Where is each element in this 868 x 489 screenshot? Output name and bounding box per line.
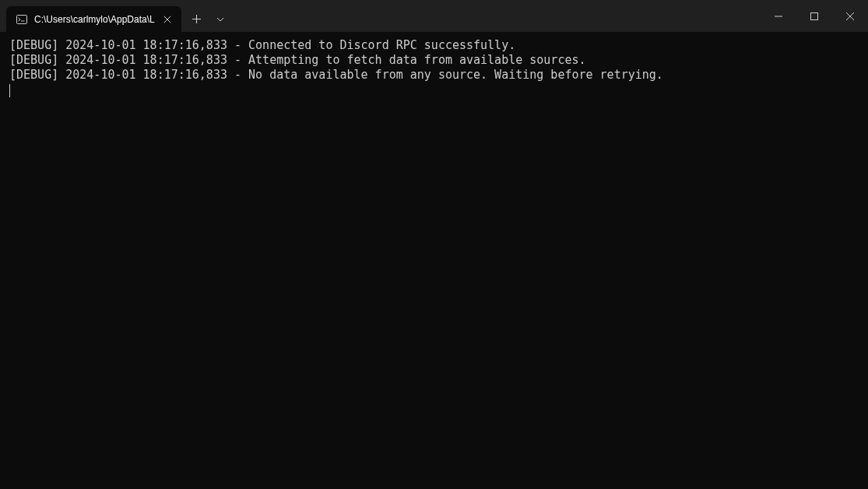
close-icon (163, 16, 171, 23)
log-line: [DEBUG] 2024-10-01 18:17:16,833 - Connec… (9, 38, 859, 53)
tab-title: C:\Users\carlmylo\AppData\L (34, 14, 155, 25)
log-line: [DEBUG] 2024-10-01 18:17:16,833 - Attemp… (9, 53, 859, 68)
close-window-button[interactable] (832, 0, 868, 32)
plus-icon (192, 15, 201, 23)
chevron-down-icon (216, 17, 224, 22)
terminal-icon (16, 13, 28, 26)
window-controls (761, 0, 868, 32)
terminal-tab[interactable]: C:\Users\carlmylo\AppData\L (6, 6, 181, 32)
cursor-line (9, 83, 859, 98)
tab-close-button[interactable] (161, 13, 174, 26)
tab-dropdown-button[interactable] (209, 6, 231, 32)
tab-area: C:\Users\carlmylo\AppData\L (0, 0, 761, 32)
minimize-icon (775, 12, 782, 20)
minimize-button[interactable] (761, 0, 796, 32)
close-icon (846, 12, 854, 20)
maximize-icon (810, 12, 818, 20)
new-tab-button[interactable] (184, 6, 209, 32)
maximize-button[interactable] (796, 0, 832, 32)
log-line: [DEBUG] 2024-10-01 18:17:16,833 - No dat… (9, 68, 859, 83)
titlebar: C:\Users\carlmylo\AppData\L (0, 0, 868, 32)
terminal-cursor (9, 84, 10, 97)
terminal-content[interactable]: [DEBUG] 2024-10-01 18:17:16,833 - Connec… (0, 32, 868, 489)
svg-rect-0 (17, 15, 27, 23)
svg-rect-3 (811, 12, 818, 19)
